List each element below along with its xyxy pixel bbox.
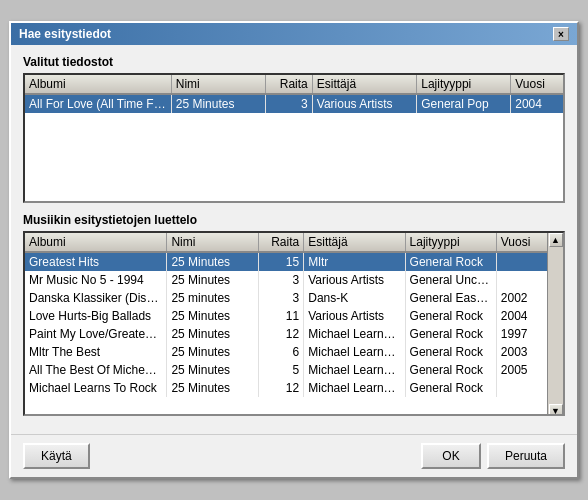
music-info-table-container: Albumi Nimi Raita Esittäjä Lajityyppi Vu… — [23, 231, 565, 416]
music-col-header-vuosi: Vuosi — [496, 233, 547, 252]
music-cell-esittaja: Various Artists — [304, 307, 405, 325]
music-cell-raita: 12 — [258, 379, 304, 397]
music-cell-vuosi: 2005 — [496, 361, 547, 379]
music-col-header-esittaja: Esittäjä — [304, 233, 405, 252]
music-cell-albumi: Mr Music No 5 - 1994 — [25, 271, 167, 289]
selected-cell-lajityyppi: General Pop — [417, 94, 511, 113]
music-cell-nimi: 25 Minutes — [167, 379, 258, 397]
music-col-header-lajityyppi: Lajityyppi — [405, 233, 496, 252]
music-table-row[interactable]: Love Hurts-Big Ballads25 Minutes11Variou… — [25, 307, 547, 325]
music-table-row[interactable]: Michael Learns To Rock25 Minutes12Michae… — [25, 379, 547, 397]
scroll-track — [548, 247, 563, 404]
music-cell-esittaja: Various Artists — [304, 271, 405, 289]
music-cell-lajityyppi: General Unc… — [405, 271, 496, 289]
music-info-table: Albumi Nimi Raita Esittäjä Lajityyppi Vu… — [25, 233, 547, 397]
music-cell-nimi: 25 Minutes — [167, 325, 258, 343]
selected-files-table: Albumi Nimi Raita Esittäjä Lajityyppi Vu… — [25, 75, 563, 113]
music-cell-albumi: Mltr The Best — [25, 343, 167, 361]
cancel-button[interactable]: Peruuta — [487, 443, 565, 469]
music-cell-nimi: 25 Minutes — [167, 252, 258, 271]
music-col-header-raita: Raita — [258, 233, 304, 252]
music-table-row[interactable]: Danska Klassiker (Disc 2)25 minutes3Dans… — [25, 289, 547, 307]
music-cell-nimi: 25 Minutes — [167, 343, 258, 361]
music-cell-vuosi — [496, 252, 547, 271]
music-table-row[interactable]: Paint My Love/Greates…25 Minutes12Michae… — [25, 325, 547, 343]
music-cell-raita: 11 — [258, 307, 304, 325]
selected-cell-albumi: All For Love (All Time F… — [25, 94, 171, 113]
music-cell-vuosi: 2002 — [496, 289, 547, 307]
selected-cell-esittaja: Various Artists — [312, 94, 416, 113]
music-cell-raita: 12 — [258, 325, 304, 343]
scroll-down-button[interactable]: ▼ — [549, 404, 563, 416]
music-cell-vuosi — [496, 271, 547, 289]
music-cell-esittaja: Michael Learns T… — [304, 379, 405, 397]
close-button[interactable]: × — [553, 27, 569, 41]
music-table-row[interactable]: All The Best Of Micheal …25 Minutes5Mich… — [25, 361, 547, 379]
main-dialog: Hae esitystiedot × Valitut tiedostot Alb… — [9, 21, 579, 479]
scroll-up-button[interactable]: ▲ — [549, 233, 563, 247]
music-table-row[interactable]: Mr Music No 5 - 199425 Minutes3Various A… — [25, 271, 547, 289]
music-cell-raita: 3 — [258, 271, 304, 289]
music-table-flex: Albumi Nimi Raita Esittäjä Lajityyppi Vu… — [25, 233, 563, 416]
music-cell-lajityyppi: General Rock — [405, 361, 496, 379]
music-cell-esittaja: Michael Learns T… — [304, 361, 405, 379]
music-cell-albumi: Michael Learns To Rock — [25, 379, 167, 397]
music-cell-nimi: 25 minutes — [167, 289, 258, 307]
selected-files-table-container: Albumi Nimi Raita Esittäjä Lajityyppi Vu… — [23, 73, 565, 203]
music-cell-esittaja: Michael Learns T… — [304, 325, 405, 343]
selected-files-header: Albumi Nimi Raita Esittäjä Lajityyppi Vu… — [25, 75, 563, 94]
col-header-esittaja: Esittäjä — [312, 75, 416, 94]
ok-button[interactable]: OK — [421, 443, 481, 469]
music-cell-lajityyppi: General Rock — [405, 343, 496, 361]
scrollbar[interactable]: ▲ ▼ — [547, 233, 563, 416]
music-info-label: Musiikin esitystietojen luettelo — [23, 213, 565, 227]
selected-files-tbody: All For Love (All Time F…25 Minutes3Vari… — [25, 94, 563, 113]
music-cell-albumi: All The Best Of Micheal … — [25, 361, 167, 379]
music-info-header: Albumi Nimi Raita Esittäjä Lajityyppi Vu… — [25, 233, 547, 252]
selected-cell-nimi: 25 Minutes — [171, 94, 265, 113]
music-cell-albumi: Danska Klassiker (Disc 2) — [25, 289, 167, 307]
music-cell-vuosi: 2003 — [496, 343, 547, 361]
title-bar: Hae esitystiedot × — [11, 23, 577, 45]
music-table-row[interactable]: Greatest Hits25 Minutes15MltrGeneral Roc… — [25, 252, 547, 271]
music-cell-albumi: Love Hurts-Big Ballads — [25, 307, 167, 325]
music-cell-lajityyppi: General Eas… — [405, 289, 496, 307]
music-cell-raita: 15 — [258, 252, 304, 271]
music-table-scroll[interactable]: Albumi Nimi Raita Esittäjä Lajityyppi Vu… — [25, 233, 547, 416]
apply-button[interactable]: Käytä — [23, 443, 90, 469]
music-col-header-albumi: Albumi — [25, 233, 167, 252]
music-cell-nimi: 25 Minutes — [167, 307, 258, 325]
music-cell-albumi: Greatest Hits — [25, 252, 167, 271]
music-cell-lajityyppi: General Rock — [405, 252, 496, 271]
col-header-lajityyppi: Lajityyppi — [417, 75, 511, 94]
music-info-tbody: Greatest Hits25 Minutes15MltrGeneral Roc… — [25, 252, 547, 397]
music-cell-vuosi: 2004 — [496, 307, 547, 325]
music-cell-lajityyppi: General Rock — [405, 379, 496, 397]
selected-cell-vuosi: 2004 — [511, 94, 563, 113]
dialog-body: Valitut tiedostot Albumi Nimi Raita Esit… — [11, 45, 577, 426]
music-cell-nimi: 25 Minutes — [167, 361, 258, 379]
col-header-raita: Raita — [265, 75, 312, 94]
music-cell-raita: 3 — [258, 289, 304, 307]
dialog-title: Hae esitystiedot — [19, 27, 111, 41]
col-header-albumi: Albumi — [25, 75, 171, 94]
music-cell-raita: 6 — [258, 343, 304, 361]
music-cell-esittaja: Michael Learns T… — [304, 343, 405, 361]
selected-table-row[interactable]: All For Love (All Time F…25 Minutes3Vari… — [25, 94, 563, 113]
col-header-vuosi: Vuosi — [511, 75, 563, 94]
music-cell-raita: 5 — [258, 361, 304, 379]
music-cell-albumi: Paint My Love/Greates… — [25, 325, 167, 343]
bottom-buttons: Käytä OK Peruuta — [11, 434, 577, 477]
music-cell-esittaja: Mltr — [304, 252, 405, 271]
music-table-row[interactable]: Mltr The Best25 Minutes6Michael Learns T… — [25, 343, 547, 361]
selected-cell-raita: 3 — [265, 94, 312, 113]
music-cell-esittaja: Dans-K — [304, 289, 405, 307]
music-cell-vuosi: 1997 — [496, 325, 547, 343]
col-header-nimi: Nimi — [171, 75, 265, 94]
music-cell-nimi: 25 Minutes — [167, 271, 258, 289]
music-col-header-nimi: Nimi — [167, 233, 258, 252]
ok-cancel-group: OK Peruuta — [421, 443, 565, 469]
selected-files-label: Valitut tiedostot — [23, 55, 565, 69]
music-cell-lajityyppi: General Rock — [405, 325, 496, 343]
music-cell-vuosi — [496, 379, 547, 397]
